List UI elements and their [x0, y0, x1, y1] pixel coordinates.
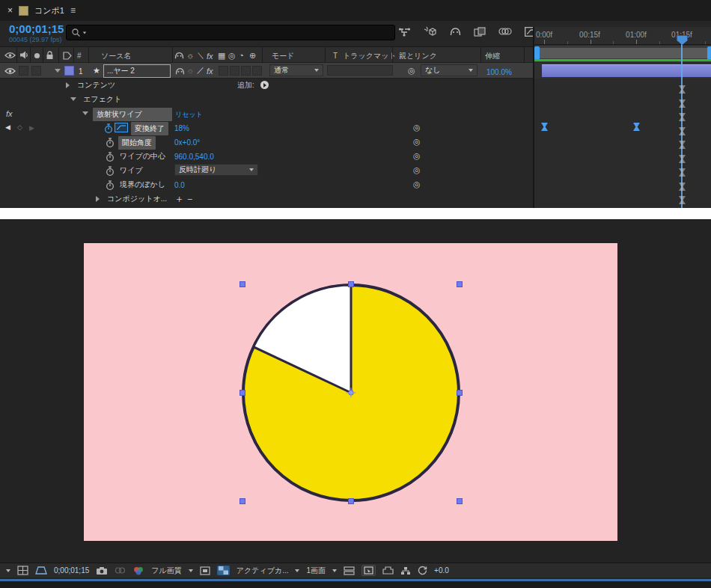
layer-shy-icon[interactable] — [175, 67, 185, 75]
prev-keyframe-icon[interactable]: ◀ — [5, 124, 10, 131]
work-area-start-handle[interactable] — [534, 46, 540, 60]
stopwatch-icon[interactable] — [106, 152, 115, 162]
draft-3d-icon[interactable] — [424, 26, 437, 37]
parent-dropdown[interactable]: なし — [421, 64, 477, 76]
frame-blend-toggle-icon[interactable] — [474, 27, 486, 37]
start-angle-label[interactable]: 開始角度 — [118, 136, 156, 150]
row-wipe-center[interactable]: ワイプの中心 960.0,540.0 ◎ — [0, 150, 533, 164]
start-angle-value[interactable]: 0x+0.0° — [174, 138, 200, 147]
graph-toggle-icon[interactable] — [115, 123, 128, 132]
stopwatch-icon[interactable] — [106, 166, 115, 176]
source-name-column-label[interactable]: ソース名 — [101, 52, 131, 60]
mask-visibility-toggle-icon[interactable] — [35, 566, 47, 575]
view-layout-caret[interactable] — [332, 569, 337, 572]
shy-toggle-icon[interactable] — [450, 27, 461, 36]
stretch-column-label[interactable]: 伸縮 — [485, 52, 500, 60]
transition-complete-label[interactable]: 変換終了 — [131, 122, 168, 135]
keyframe-icon[interactable] — [541, 123, 548, 131]
layer-name-field[interactable]: ...ヤー 2 — [103, 64, 171, 78]
stopwatch-icon[interactable] — [106, 138, 115, 147]
selection-handle[interactable] — [349, 499, 354, 504]
timeline-tracks[interactable]: 0:00f 00:15f 01:00f 01:15f — [533, 27, 711, 208]
layer-collapse-icon[interactable]: ☼ — [186, 67, 194, 75]
view-layout-dropdown[interactable]: 1画面 — [306, 566, 326, 576]
blend-mode-dropdown[interactable]: 通常 — [269, 64, 323, 76]
row-radial-wipe[interactable]: fx 放射状ワイプ リセット — [0, 107, 533, 121]
property-pickwhip-icon[interactable]: ◎ — [413, 123, 421, 132]
composite-twirl-icon[interactable] — [96, 196, 100, 202]
wipe-direction-dropdown[interactable]: 反時計廻り — [174, 164, 258, 176]
layer-row[interactable]: 1 ★ ...ヤー 2 ☼ ／ fx 通常 ◎ なし 100.0% — [0, 63, 533, 79]
show-snapshot-icon[interactable] — [115, 566, 126, 575]
row-start-angle[interactable]: 開始角度 0x+0.0° ◎ — [0, 135, 533, 150]
stretch-value[interactable]: 100.0% — [486, 68, 512, 76]
mode-column-label[interactable]: モード — [272, 52, 294, 60]
stopwatch-icon[interactable] — [106, 180, 115, 190]
track-matte-cell[interactable] — [327, 65, 393, 76]
feather-label[interactable]: 境界のぼかし — [120, 181, 165, 189]
transparency-grid-icon[interactable] — [217, 566, 230, 575]
feather-value[interactable]: 0.0 — [174, 181, 185, 189]
shape-path-visibility-icon[interactable] — [361, 565, 376, 576]
layer-quality-icon[interactable]: ／ — [197, 67, 204, 74]
parent-pickwhip-icon[interactable]: ◎ — [408, 67, 415, 75]
radial-wipe-reset-link[interactable]: リセット — [175, 110, 203, 120]
mini-flowchart-icon[interactable] — [398, 27, 411, 37]
track-matte-column-label[interactable]: トラックマット — [343, 52, 397, 60]
current-timecode[interactable]: 0;00;01;15 — [9, 22, 64, 35]
keyframe-icon[interactable] — [633, 123, 640, 131]
row-wipe-direction[interactable]: ワイプ 反時計廻り ◎ — [0, 164, 533, 178]
resolution-dropdown[interactable]: フル画質 — [151, 566, 181, 576]
transition-complete-value[interactable]: 18% — [174, 124, 189, 132]
search-input[interactable] — [66, 25, 395, 40]
effects-twirl-icon[interactable] — [70, 97, 76, 101]
grid-guides-options-icon[interactable] — [17, 566, 28, 575]
pixel-aspect-correction-icon[interactable] — [344, 566, 355, 575]
magnification-dropdown[interactable] — [6, 569, 10, 572]
pixel-aspect-icon[interactable] — [382, 566, 394, 575]
work-area-end-handle[interactable] — [707, 46, 711, 60]
row-contents[interactable]: コンテンツ 追加: — [0, 79, 533, 93]
layer-visibility-eye-icon[interactable] — [4, 67, 16, 75]
row-transition-complete[interactable]: ◀ ◇ ▶ 変換終了 18% ◎ — [0, 121, 533, 135]
wipe-center-label[interactable]: ワイプの中心 — [120, 153, 165, 160]
selection-handle[interactable] — [240, 282, 245, 287]
property-pickwhip-icon[interactable]: ◎ — [413, 138, 421, 146]
row-effects[interactable]: エフェクト — [0, 93, 533, 107]
composite-add-button[interactable]: ＋ — [174, 194, 184, 203]
property-pickwhip-icon[interactable]: ◎ — [413, 166, 421, 174]
selection-handle[interactable] — [240, 499, 245, 504]
property-pickwhip-icon[interactable]: ◎ — [413, 152, 421, 160]
fast-previews-icon[interactable] — [400, 566, 411, 575]
active-camera-dropdown[interactable]: アクティブカ... — [237, 566, 289, 576]
next-keyframe-icon[interactable]: ▶ — [29, 124, 34, 132]
reset-exposure-icon[interactable] — [418, 566, 427, 575]
resolution-caret[interactable] — [189, 569, 193, 572]
wipe-center-value[interactable]: 960.0,540.0 — [174, 153, 214, 161]
work-area-bar[interactable] — [536, 48, 711, 58]
layer-duration-bar[interactable] — [542, 64, 711, 77]
selection-handle[interactable] — [349, 282, 354, 287]
motion-blur-toggle-icon[interactable] — [498, 27, 512, 36]
layer-twirl-icon[interactable] — [55, 69, 61, 73]
row-transform[interactable]: トランスフォーム リセット — [0, 203, 533, 208]
pie-shape-graphic[interactable] — [84, 243, 617, 541]
region-of-interest-icon[interactable] — [200, 566, 210, 575]
row-feather[interactable]: 境界のぼかし 0.0 ◎ — [0, 178, 533, 192]
composite-remove-button[interactable]: － — [185, 194, 195, 203]
property-pickwhip-icon[interactable]: ◎ — [413, 180, 421, 189]
selection-handle[interactable] — [240, 391, 245, 396]
radial-wipe-name[interactable]: 放射状ワイプ — [93, 108, 172, 121]
tab-title[interactable]: コンポ1 — [34, 7, 64, 15]
search-options-caret[interactable] — [83, 31, 86, 34]
layer-fx-icon[interactable]: fx — [207, 67, 213, 76]
contents-twirl-icon[interactable] — [66, 82, 70, 88]
wipe-label[interactable]: ワイプ — [120, 167, 143, 174]
snapshot-camera-icon[interactable] — [96, 566, 108, 575]
selection-handle[interactable] — [457, 282, 463, 287]
selection-handle[interactable] — [457, 499, 463, 504]
panel-menu-icon[interactable]: ≡ — [70, 6, 76, 15]
add-menu-icon[interactable] — [260, 81, 269, 89]
exposure-value[interactable]: +0.0 — [434, 566, 449, 575]
add-label[interactable]: 追加: — [237, 82, 254, 89]
